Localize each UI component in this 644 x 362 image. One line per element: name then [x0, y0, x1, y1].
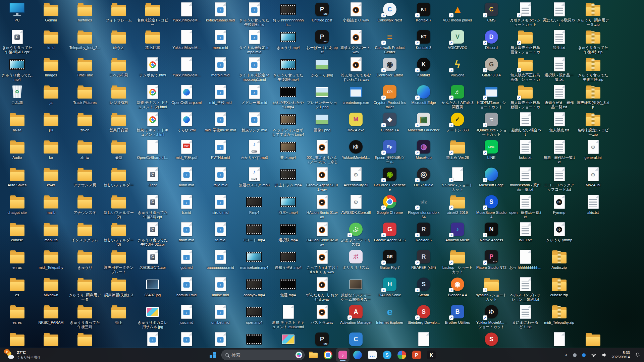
- desktop-icon[interactable]: ◉↗Blender 4.4: [441, 276, 474, 297]
- tray-app-2[interactable]: [581, 350, 587, 360]
- desktop-icon[interactable]: [543, 331, 576, 347]
- search-input[interactable]: [231, 352, 293, 358]
- desktop-icon[interactable]: [238, 331, 271, 347]
- desktop-icon[interactable]: OpenCvSharp.xml: [170, 84, 203, 105]
- desktop-icon[interactable]: ▶新規エクスポート.wav: [339, 29, 372, 54]
- desktop-icon[interactable]: ◍↗MuseHub: [407, 139, 440, 160]
- desktop-icon[interactable]: 新しいフォルダー: [102, 166, 135, 187]
- desktop-icon[interactable]: 無題 - 親作品一覧.txt: [543, 139, 576, 164]
- desktop-icon[interactable]: きゅうり食ってた午後三時.zip: [577, 56, 609, 82]
- desktop-icon[interactable]: S↗Steinberg Downlo...: [407, 304, 440, 325]
- desktop-icon[interactable]: Mixdown: [35, 276, 67, 297]
- desktop-icon[interactable]: 無人販売.txt: [543, 111, 576, 132]
- music-app-taskbar-icon[interactable]: ♪: [336, 348, 350, 362]
- desktop-icon[interactable]: Audio.zip: [543, 249, 576, 270]
- desktop-icon[interactable]: Telepathy_Inst_2...: [68, 29, 101, 50]
- desktop-icon[interactable]: 井上.mp4: [272, 139, 305, 160]
- desktop-icon[interactable]: ↗Microsoft Edge: [407, 84, 440, 105]
- desktop-icon[interactable]: ポポリリリリズム: [339, 249, 372, 270]
- desktop-icon[interactable]: ⚙general.ini: [577, 139, 609, 160]
- desktop-icon[interactable]: es-es: [1, 304, 34, 325]
- desktop-icon[interactable]: open.mp4: [238, 304, 271, 325]
- desktop-icon[interactable]: Gemini: [35, 1, 67, 22]
- desktop-icon[interactable]: おっ hhhhhhhhhhhh...: [272, 1, 305, 27]
- browser-app-taskbar-icon[interactable]: [395, 348, 409, 362]
- cubase-app-taskbar-icon[interactable]: K: [425, 348, 438, 362]
- desktop-icon[interactable]: [407, 331, 440, 347]
- start-button[interactable]: [206, 348, 219, 362]
- desktop-icon[interactable]: KT↗Kontakt 8: [407, 29, 440, 50]
- desktop-icon[interactable]: R↗Reaktor 6: [407, 221, 440, 242]
- desktop-icon[interactable]: C: [339, 331, 372, 347]
- desktop-icon[interactable]: Audio: [1, 139, 34, 160]
- desktop-icon[interactable]: ゆFymmp: [543, 194, 576, 215]
- desktop-icon[interactable]: R↗REAPER (x64): [407, 249, 440, 270]
- desktop-icon[interactable]: かるーく.png: [306, 56, 338, 77]
- desktop-icon[interactable]: インスタグラム: [68, 221, 101, 242]
- desktop-icon[interactable]: jijii: [35, 111, 67, 132]
- desktop-icon[interactable]: ohhayo-.mp4: [238, 276, 271, 297]
- desktop-icon[interactable]: S↗MuseScore Studio 4: [475, 194, 508, 219]
- desktop-icon[interactable]: きゅうりボカコレ用サムネ.jpg: [136, 304, 169, 329]
- desktop-icon[interactable]: ゆうと: [102, 29, 135, 50]
- desktop-icon[interactable]: KT↗Kontakt 7: [407, 1, 440, 22]
- desktop-icon[interactable]: ぷ↗ぷよぷよ™テトリス®2: [339, 221, 372, 247]
- desktop-icon[interactable]: D↗Discord: [475, 29, 508, 50]
- desktop-icon[interactable]: cubase: [1, 221, 34, 242]
- desktop-icon[interactable]: アナウンス夏: [68, 166, 101, 187]
- desktop-icon[interactable]: 65407.jpg: [136, 276, 169, 297]
- desktop-icon[interactable]: C名称未設定1.cpr: [136, 249, 169, 270]
- desktop-icon[interactable]: ♪uaaaaaaaaa.mid: [204, 249, 237, 270]
- desktop-icon[interactable]: ♪umibet.mid: [204, 304, 237, 325]
- desktop-icon[interactable]: ▶001_東北きりたん（ノーマル）_今じゃ...: [306, 139, 338, 165]
- desktop-icon[interactable]: [577, 331, 609, 347]
- desktop-icon[interactable]: chatgpt-site: [1, 194, 34, 215]
- desktop-icon[interactable]: 画像1.png: [306, 111, 338, 132]
- desktop-icon[interactable]: 新規 テキスト ドキュメント.musicxml: [272, 304, 305, 329]
- desktop-icon[interactable]: ▶Groove Agent SE 01.wav: [306, 166, 338, 192]
- desktop-icon[interactable]: 最新: [102, 139, 135, 160]
- desktop-icon[interactable]: G↗Groove Agent SE 5: [373, 221, 406, 242]
- desktop-icon[interactable]: [1, 331, 34, 347]
- desktop-icon[interactable]: midi_Telepathy.zip: [543, 304, 576, 325]
- desktop-icon[interactable]: 新しいフォルダー (3): [102, 221, 135, 247]
- desktop-icon[interactable]: ≈↗JQuake.exe - ショートカット: [475, 111, 508, 137]
- desktop-icon[interactable]: 新しいフォルダー (2): [102, 194, 135, 219]
- desktop-icon[interactable]: en-us: [1, 249, 34, 270]
- desktop-icon[interactable]: 名称未設定1 - コピー.zip: [577, 111, 609, 137]
- desktop-icon[interactable]: プレゼンテーション1.png: [306, 84, 338, 109]
- desktop-icon[interactable]: ♪MP3無題のスコア.mp3: [238, 166, 271, 187]
- desktop-icon[interactable]: PNT2↗Piapro Studio NT2: [475, 249, 508, 270]
- desktop-icon[interactable]: 孤独なインディーゲーム開発者の一生...: [339, 276, 372, 302]
- desktop-icon[interactable]: ⚙Accessibility.dll: [339, 166, 372, 187]
- desktop-icon[interactable]: ar-sa: [1, 111, 34, 132]
- desktop-icon[interactable]: ♪hamusu.mid: [170, 276, 203, 297]
- desktop-icon[interactable]: Fコード.mp4: [238, 221, 271, 242]
- desktop-icon[interactable]: ♪新規ソング.mid: [238, 111, 271, 132]
- desktop-icon[interactable]: Images: [35, 56, 67, 77]
- desktop-icon[interactable]: ♪sirofo.mid: [204, 194, 237, 215]
- desktop-icon[interactable]: きゅうり.mp4: [272, 29, 305, 50]
- desktop-icon[interactable]: ♻ごみ箱: [1, 84, 34, 105]
- desktop-icon[interactable]: es: [1, 276, 34, 297]
- desktop-icon[interactable]: manisekarin - 親作品一覧.txt: [509, 166, 542, 192]
- desktop-icon[interactable]: ↗airset2-2019: [441, 194, 474, 215]
- desktop-icon[interactable]: 通知うぜえ.mp4: [272, 249, 305, 270]
- desktop-icon[interactable]: ゆ↗YukkuriMovieM... - ショートカット: [475, 304, 508, 329]
- desktop-icon[interactable]: H↗HALion Sonic: [373, 276, 406, 297]
- desktop-icon[interactable]: Auto Saves: [1, 166, 34, 187]
- weather-widget[interactable]: 9 27°C くもり時々晴れ: [3, 348, 43, 362]
- desktop-icon[interactable]: maniuta: [35, 221, 67, 242]
- desktop-icon[interactable]: 新規 テキスト ドキュメント (2).html: [136, 84, 169, 109]
- desktop-icon[interactable]: ♪: [204, 331, 237, 347]
- desktop-icon[interactable]: G↗GIMP 3.0.4: [475, 56, 508, 77]
- desktop-icon[interactable]: sfz↗Plogue sforzando x64: [407, 194, 440, 219]
- desktop-icon[interactable]: ↗無人販売不正行為画像 - ショートカッ...: [509, 29, 542, 55]
- desktop-icon[interactable]: C↗Cakewalk Next: [373, 1, 406, 22]
- desktop-icon[interactable]: 井上ドラム.mp4: [272, 166, 305, 187]
- desktop-icon[interactable]: zh-cn: [68, 111, 101, 132]
- desktop-icon[interactable]: ≡↗Cakewalk Product Center: [373, 29, 406, 54]
- desktop-icon[interactable]: ▶答え知っててもむずいわこれ.wav: [339, 56, 372, 82]
- desktop-icon[interactable]: ♪: [136, 331, 169, 347]
- desktop-icon[interactable]: [272, 331, 305, 347]
